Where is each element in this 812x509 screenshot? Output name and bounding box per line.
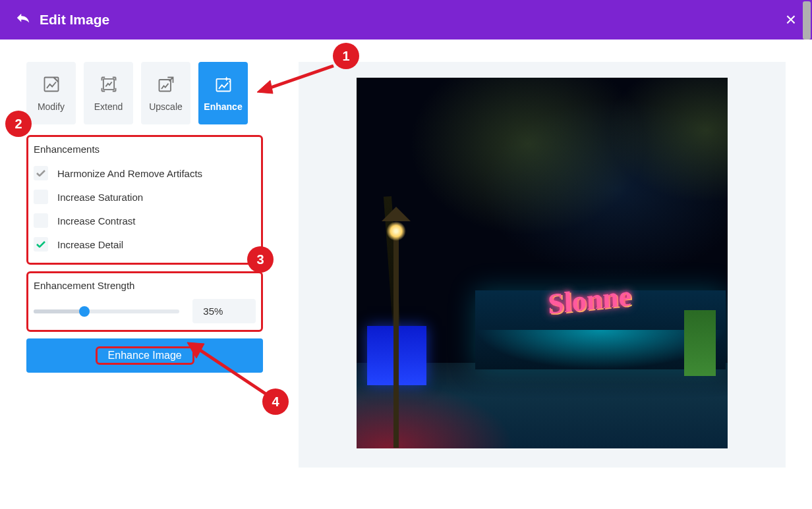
preview-panel: Slonne [299, 62, 786, 468]
strength-slider[interactable] [34, 309, 179, 313]
tab-label: Enhance [204, 101, 242, 112]
strength-row: 35% [34, 299, 256, 323]
tab-modify[interactable]: Modify [26, 62, 76, 124]
scrollbar-thumb[interactable] [803, 1, 811, 40]
close-icon[interactable]: × [786, 11, 796, 29]
svg-line-6 [196, 348, 268, 395]
slider-thumb[interactable] [79, 306, 90, 317]
content-area: Modify Extend Upscale Enhance Enhancemen… [0, 40, 812, 490]
checkbox-label: Increase Saturation [57, 192, 143, 203]
page-title: Edit Image [40, 12, 109, 28]
preview-image: Slonne [357, 78, 728, 448]
annotation-marker-2: 2 [5, 111, 32, 137]
settings-panel: Modify Extend Upscale Enhance Enhancemen… [26, 62, 263, 468]
annotation-marker-3: 3 [247, 246, 274, 273]
checkbox-harmonize[interactable]: Harmonize And Remove Artifacts [34, 161, 256, 185]
header-left: Edit Image [16, 11, 109, 28]
strength-section: Enhancement Strength 35% [26, 271, 263, 332]
tab-upscale[interactable]: Upscale [141, 62, 190, 124]
tab-extend[interactable]: Extend [84, 62, 133, 124]
svg-marker-5 [257, 80, 273, 94]
tab-label: Extend [94, 101, 123, 112]
checkbox-label: Increase Detail [57, 239, 123, 250]
svg-line-4 [265, 66, 334, 90]
annotation-arrow-4 [186, 340, 272, 399]
section-title: Enhancement Strength [34, 280, 256, 291]
tab-row: Modify Extend Upscale Enhance [26, 62, 263, 124]
checkbox-label: Harmonize And Remove Artifacts [57, 168, 202, 179]
annotation-arrow-1 [256, 65, 335, 97]
svg-rect-2 [159, 80, 171, 92]
section-title: Enhancements [34, 144, 256, 155]
tab-label: Modify [38, 101, 65, 112]
checkbox-icon[interactable] [34, 237, 48, 252]
checkbox-icon[interactable] [34, 190, 48, 204]
checkbox-contrast[interactable]: Increase Contrast [34, 209, 256, 232]
header-bar: Edit Image × [0, 0, 812, 40]
strength-value[interactable]: 35% [192, 299, 256, 323]
annotation-marker-4: 4 [262, 388, 289, 415]
checkbox-icon[interactable] [34, 213, 48, 228]
checkbox-detail[interactable]: Increase Detail [34, 232, 256, 256]
enhance-button-label: Enhance Image [96, 346, 194, 365]
checkbox-icon[interactable] [34, 166, 48, 180]
annotation-marker-1: 1 [333, 43, 359, 69]
tab-label: Upscale [149, 101, 183, 112]
enhancements-section: Enhancements Harmonize And Remove Artifa… [26, 135, 263, 265]
checkbox-saturation[interactable]: Increase Saturation [34, 185, 256, 209]
slider-fill [34, 309, 84, 313]
back-icon[interactable] [16, 11, 30, 28]
svg-rect-3 [216, 78, 230, 91]
tab-enhance[interactable]: Enhance [198, 62, 248, 124]
checkbox-label: Increase Contrast [57, 215, 135, 227]
